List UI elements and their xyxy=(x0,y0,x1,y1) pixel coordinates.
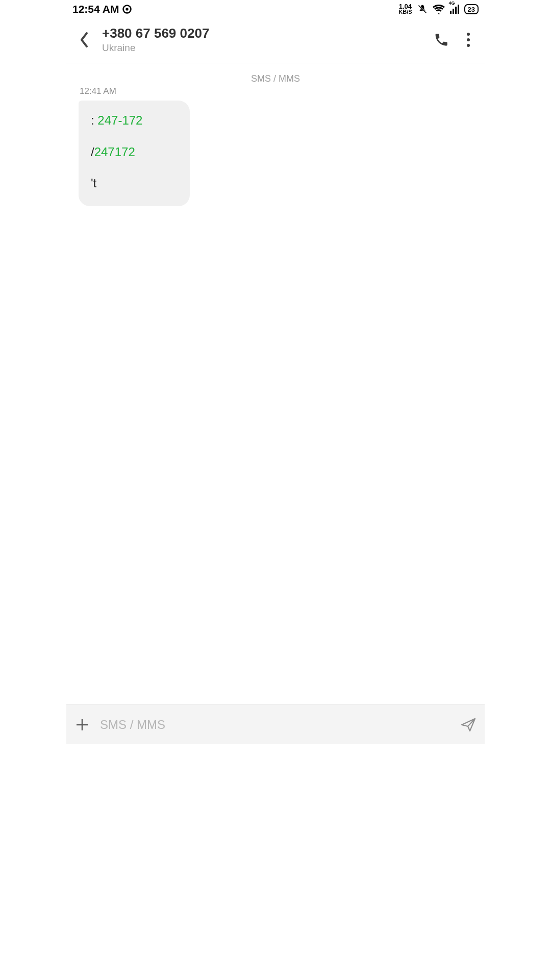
mute-icon xyxy=(417,4,428,14)
kbs-unit: KB/S xyxy=(398,10,412,14)
more-vertical-icon xyxy=(466,32,470,47)
plus-icon xyxy=(74,717,90,732)
conversation-body[interactable]: SMS / MMS 12:41 AM : 247-172 /247172 't xyxy=(66,63,485,704)
channel-label: SMS / MMS xyxy=(79,74,472,84)
svg-point-6 xyxy=(467,44,470,47)
message-timestamp: 12:41 AM xyxy=(80,86,472,96)
network-type: 4G xyxy=(449,1,455,6)
send-button[interactable] xyxy=(460,717,477,733)
status-app-icon xyxy=(122,4,132,14)
svg-point-4 xyxy=(467,33,470,36)
header-title-block[interactable]: +380 67 569 0207 Ukraine xyxy=(102,26,434,54)
line1-prefix: : xyxy=(91,113,97,127)
message-line-1: : 247-172 xyxy=(91,112,178,129)
signal-icon: 4G xyxy=(450,5,459,14)
svg-point-5 xyxy=(467,38,470,41)
line2-link[interactable]: 247172 xyxy=(94,145,135,159)
chevron-left-icon xyxy=(79,31,90,48)
conversation-header: +380 67 569 0207 Ukraine xyxy=(66,18,485,63)
message-line-2: /247172 xyxy=(91,143,178,161)
paper-plane-icon xyxy=(460,717,477,733)
status-bar: 12:54 AM 1.04 KB/S 4G 23 xyxy=(66,0,485,18)
attach-button[interactable] xyxy=(74,717,90,732)
contact-region: Ukraine xyxy=(102,42,434,54)
battery-pct: 23 xyxy=(468,6,475,13)
battery-icon: 23 xyxy=(464,4,479,14)
data-speed-icon: 1.04 KB/S xyxy=(398,4,412,14)
status-right: 1.04 KB/S 4G 23 xyxy=(398,4,479,14)
header-actions xyxy=(434,32,470,47)
line2-prefix: / xyxy=(91,145,94,159)
message-input[interactable] xyxy=(100,718,450,732)
back-button[interactable] xyxy=(76,31,93,48)
wifi-icon xyxy=(433,4,445,14)
incoming-message-bubble[interactable]: : 247-172 /247172 't xyxy=(79,101,190,206)
composer-bar xyxy=(66,704,485,744)
call-button[interactable] xyxy=(434,32,449,47)
message-line-3: 't xyxy=(91,175,178,192)
svg-point-1 xyxy=(126,8,129,10)
more-options-button[interactable] xyxy=(466,32,470,47)
line1-link[interactable]: 247-172 xyxy=(97,113,142,127)
status-time: 12:54 AM xyxy=(72,3,119,15)
status-left: 12:54 AM xyxy=(72,3,132,15)
contact-number: +380 67 569 0207 xyxy=(102,26,434,41)
phone-icon xyxy=(434,32,449,47)
